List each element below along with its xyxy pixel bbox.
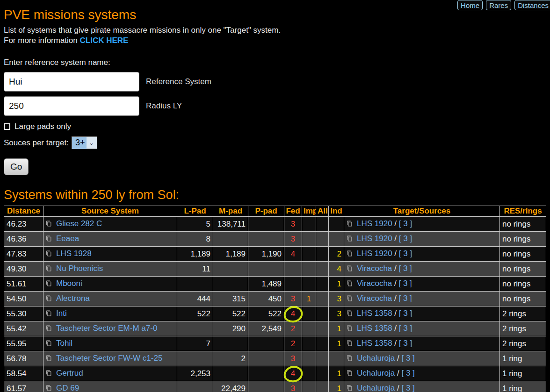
copy-icon[interactable] [46, 309, 52, 320]
m-pad-cell: 1,189 [213, 247, 248, 262]
target-system-link[interactable]: LHS 1920 [357, 249, 392, 258]
copy-icon[interactable] [46, 219, 52, 230]
target-sources-cell: Viracocha / [ 3 ] [344, 262, 500, 277]
l-pad-cell [177, 351, 213, 366]
source-system-link[interactable]: Tascheter Sector FW-W c1-25 [56, 354, 162, 363]
nav-button-home[interactable]: Home [457, 0, 483, 10]
source-system-link[interactable]: GD 69 [56, 384, 79, 392]
copy-icon[interactable] [347, 384, 353, 392]
reference-system-input[interactable] [4, 72, 139, 92]
distance-cell: 56.78 [4, 351, 43, 366]
copy-icon[interactable] [347, 294, 353, 305]
fed-count-cell: 4 [284, 247, 302, 262]
target-system-link[interactable]: Viracocha [357, 294, 392, 303]
all-count-cell [316, 247, 329, 262]
sources-count-link[interactable]: [ 3 ] [399, 234, 412, 243]
res-rings-cell: no rings [500, 262, 546, 277]
copy-icon[interactable] [46, 279, 52, 290]
source-system-cell: Nu Phoenicis [43, 262, 177, 277]
target-system-link[interactable]: Uchaluroja [357, 384, 395, 392]
copy-icon[interactable] [347, 264, 353, 275]
copy-icon[interactable] [347, 369, 353, 379]
m-pad-cell: 22,429 [213, 381, 248, 392]
radius-input[interactable] [4, 96, 139, 116]
copy-icon[interactable] [46, 264, 52, 275]
copy-icon[interactable] [347, 309, 353, 320]
copy-icon[interactable] [347, 279, 353, 290]
copy-icon[interactable] [347, 354, 353, 364]
sources-count-link[interactable]: [ 3 ] [399, 339, 412, 348]
go-button[interactable]: Go [4, 158, 29, 175]
source-system-link[interactable]: Mbooni [56, 279, 82, 288]
target-system-link[interactable]: Viracocha [357, 264, 392, 273]
copy-icon[interactable] [46, 339, 52, 349]
source-system-link[interactable]: Eeaea [56, 234, 79, 243]
all-count-cell [316, 277, 329, 292]
copy-icon[interactable] [46, 234, 52, 245]
highlight-circle: 4 [291, 308, 295, 319]
source-system-link[interactable]: Nu Phoenicis [56, 264, 103, 273]
copy-icon[interactable] [347, 249, 353, 260]
click-here-link[interactable]: CLICK HERE [80, 36, 129, 45]
nav-button-distances[interactable]: Distances [514, 0, 550, 10]
search-form: Enter reference system name: Reference S… [4, 58, 546, 175]
source-system-link[interactable]: Gliese 282 C [56, 219, 102, 228]
source-system-link[interactable]: Tascheter Sector EM-M a7-0 [56, 324, 157, 333]
copy-icon[interactable] [46, 354, 52, 364]
copy-icon[interactable] [347, 234, 353, 245]
sources-count-link[interactable]: [ 3 ] [401, 369, 414, 378]
copy-icon[interactable] [46, 294, 52, 305]
res-rings-cell: 2 rings [500, 321, 546, 336]
sources-per-target-select[interactable]: 3+ ⌄ [72, 136, 97, 149]
target-system-link[interactable]: LHS 1358 [357, 339, 392, 348]
sources-count-link[interactable]: [ 3 ] [401, 354, 414, 363]
copy-icon[interactable] [347, 339, 353, 349]
m-pad-cell: 138,711 [213, 217, 248, 232]
radius-caption: Radius LY [146, 101, 182, 111]
nav-button-rares[interactable]: Rares [486, 0, 511, 10]
sources-count-link[interactable]: [ 3 ] [398, 294, 412, 303]
source-system-link[interactable]: LHS 1928 [56, 249, 92, 258]
sources-count-link[interactable]: [ 3 ] [398, 279, 412, 288]
source-system-link[interactable]: Tohil [56, 339, 72, 348]
copy-icon[interactable] [46, 369, 52, 379]
reference-system-prompt: Enter reference system name: [4, 58, 546, 67]
target-system-link[interactable]: LHS 1920 [357, 219, 392, 228]
table-row: 51.61Mbooni1,4891Viracocha / [ 3 ]no rin… [4, 277, 546, 292]
source-system-link[interactable]: Gertrud [56, 369, 83, 378]
ind-count-cell: 1 [329, 321, 344, 336]
target-system-link[interactable]: LHS 1358 [357, 309, 392, 318]
all-count-cell [316, 262, 329, 277]
source-system-cell: Tascheter Sector FW-W c1-25 [43, 351, 177, 366]
separator: / [392, 219, 399, 228]
chevron-down-icon: ⌄ [87, 140, 96, 146]
copy-icon[interactable] [347, 219, 353, 230]
distance-cell: 46.23 [4, 217, 43, 232]
sources-count-link[interactable]: [ 3 ] [399, 309, 412, 318]
sources-count-link[interactable]: [ 3 ] [401, 384, 414, 392]
copy-icon[interactable] [46, 324, 52, 335]
fed-count-cell: 4 [284, 366, 302, 381]
target-system-link[interactable]: Viracocha [357, 279, 392, 288]
sources-count-link[interactable]: [ 3 ] [398, 264, 412, 273]
imp-count-cell [302, 232, 316, 247]
target-system-link[interactable]: LHS 1358 [357, 324, 392, 333]
source-system-link[interactable]: Inti [56, 309, 67, 318]
target-system-link[interactable]: Uchaluroja [357, 354, 395, 363]
target-system-link[interactable]: Uchaluroja [357, 369, 395, 378]
column-header-res-rings: RES/rings [500, 206, 546, 217]
copy-icon[interactable] [46, 384, 52, 392]
distance-cell: 47.83 [4, 247, 43, 262]
target-system-link[interactable]: LHS 1920 [357, 234, 392, 243]
sources-count-link[interactable]: [ 3 ] [399, 324, 412, 333]
column-header-ind: Ind [329, 206, 344, 217]
fed-count-cell: 3 [284, 351, 302, 366]
res-rings-cell: no rings [500, 247, 546, 262]
source-system-link[interactable]: Alectrona [56, 294, 90, 303]
separator: / [395, 354, 401, 363]
sources-count-link[interactable]: [ 3 ] [399, 219, 412, 228]
copy-icon[interactable] [347, 324, 353, 335]
sources-count-link[interactable]: [ 3 ] [399, 249, 412, 258]
copy-icon[interactable] [46, 249, 52, 260]
large-pads-checkbox[interactable] [4, 123, 10, 130]
